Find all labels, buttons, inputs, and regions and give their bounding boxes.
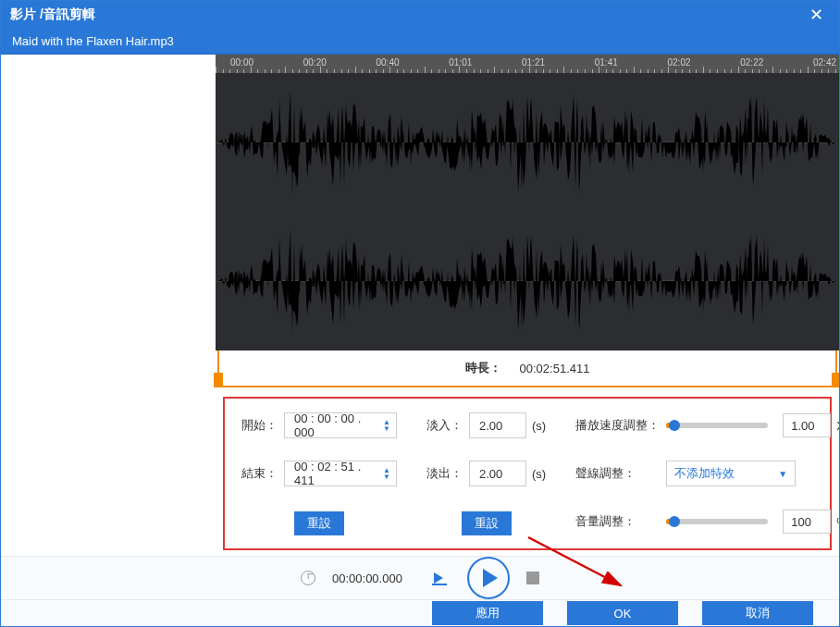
waveform[interactable] — [216, 73, 839, 350]
clock-icon — [301, 571, 315, 585]
speed-label: 播放速度調整： — [575, 417, 661, 434]
reset-time-button[interactable]: 重設 — [294, 511, 344, 535]
edit-controls: 開始： 00 : 00 : 00 . 000 ▲▼ 結束： 00 : 02 : … — [223, 397, 832, 550]
footer: 應用 OK 取消 — [1, 599, 839, 626]
play-icon — [483, 569, 498, 587]
spinner-arrows-icon[interactable]: ▲▼ — [383, 467, 390, 480]
reset-fade-button[interactable]: 重設 — [462, 511, 512, 535]
ruler-tick: 01:21 — [522, 57, 545, 68]
ruler-tick: 02:42 — [813, 57, 836, 68]
seconds-unit: (s) — [532, 419, 546, 433]
title-bar: 影片 /音訊剪輯 ✕ — [1, 1, 839, 29]
playhead-time: 00:00:00.000 — [332, 572, 415, 585]
speed-slider[interactable] — [666, 423, 768, 428]
play-button[interactable] — [467, 557, 510, 599]
spinner-arrows-icon[interactable]: ▲▼ — [383, 419, 390, 432]
duration-label: 時長： — [465, 360, 501, 376]
file-name[interactable]: Maid with the Flaxen Hair.mp3 — [12, 34, 220, 48]
speed-input[interactable]: 1.00 — [783, 413, 831, 437]
duration-value: 00:02:51.411 — [520, 362, 590, 375]
speed-unit: X — [836, 419, 839, 433]
close-icon[interactable]: ✕ — [802, 1, 830, 29]
ruler-tick: 01:01 — [449, 57, 472, 68]
chevron-down-icon: ▼ — [778, 469, 787, 479]
ruler-tick: 02:22 — [740, 57, 763, 68]
fadeout-input[interactable]: 2.00 — [469, 461, 526, 486]
ruler-tick: 02:02 — [668, 57, 691, 68]
volume-slider[interactable] — [666, 519, 768, 524]
window-title: 影片 /音訊剪輯 — [10, 6, 802, 23]
seconds-unit: (s) — [532, 467, 546, 481]
fadein-input[interactable]: 2.00 — [469, 412, 526, 438]
end-label: 結束： — [241, 465, 278, 482]
transport-bar: 00:00:00.000 — [1, 556, 839, 599]
selection-range[interactable]: 時長： 00:02:51.411 — [217, 350, 837, 387]
start-time-input[interactable]: 00 : 00 : 00 . 000 ▲▼ — [284, 412, 397, 438]
ruler-tick: 00:40 — [377, 57, 400, 68]
start-label: 開始： — [241, 417, 278, 434]
volume-input[interactable]: 100 — [783, 510, 831, 534]
stop-button[interactable] — [526, 572, 539, 584]
ruler-tick: 00:20 — [303, 57, 327, 68]
fadeout-label: 淡出： — [426, 465, 463, 482]
trim-handle-right[interactable] — [832, 373, 839, 387]
audio-effect-label: 聲線調整： — [575, 465, 661, 482]
apply-button[interactable]: 應用 — [432, 601, 543, 625]
file-bar: Maid with the Flaxen Hair.mp3 — [1, 29, 839, 55]
audio-effect-select[interactable]: 不添加特效 ▼ — [666, 461, 796, 486]
fadein-label: 淡入： — [426, 417, 463, 434]
trim-handle-left[interactable] — [214, 373, 223, 387]
file-list — [1, 55, 216, 387]
volume-label: 音量調整： — [575, 513, 661, 530]
svg-rect-2 — [432, 584, 447, 585]
time-ruler[interactable]: 00:0000:2000:4001:0101:2101:4102:0202:22… — [216, 55, 839, 73]
cancel-button[interactable]: 取消 — [702, 601, 813, 625]
ok-button[interactable]: OK — [567, 601, 678, 625]
volume-unit: % — [836, 515, 839, 529]
end-time-input[interactable]: 00 : 02 : 51 . 411 ▲▼ — [284, 461, 397, 486]
window: 影片 /音訊剪輯 ✕ Maid with the Flaxen Hair.mp3… — [0, 0, 840, 627]
set-out-point-icon[interactable] — [432, 571, 451, 585]
